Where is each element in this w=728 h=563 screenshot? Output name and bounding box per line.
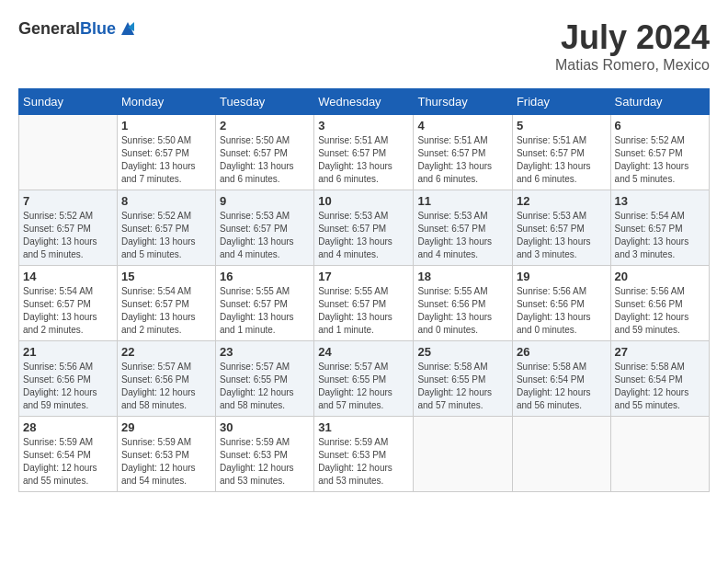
calendar-cell: 25Sunrise: 5:58 AM Sunset: 6:55 PM Dayli… [414,341,512,417]
calendar-table: SundayMondayTuesdayWednesdayThursdayFrid… [18,88,710,492]
day-number: 23 [220,345,310,359]
day-info: Sunrise: 5:52 AM Sunset: 6:57 PM Dayligh… [615,134,705,186]
day-number: 1 [121,119,211,132]
calendar-week-row: 7Sunrise: 5:52 AM Sunset: 6:57 PM Daylig… [19,190,710,266]
day-info: Sunrise: 5:53 AM Sunset: 6:57 PM Dayligh… [220,210,310,261]
calendar-cell: 17Sunrise: 5:55 AM Sunset: 6:57 PM Dayli… [314,266,414,341]
calendar-week-row: 28Sunrise: 5:59 AM Sunset: 6:54 PM Dayli… [19,417,710,492]
calendar-week-row: 1Sunrise: 5:50 AM Sunset: 6:57 PM Daylig… [19,115,710,190]
day-info: Sunrise: 5:50 AM Sunset: 6:57 PM Dayligh… [220,134,310,186]
day-number: 15 [121,270,211,283]
day-info: Sunrise: 5:57 AM Sunset: 6:56 PM Dayligh… [121,361,211,412]
calendar-cell: 12Sunrise: 5:53 AM Sunset: 6:57 PM Dayli… [512,190,610,266]
calendar-cell: 18Sunrise: 5:55 AM Sunset: 6:56 PM Dayli… [414,266,512,341]
calendar-cell: 16Sunrise: 5:55 AM Sunset: 6:57 PM Dayli… [215,266,313,341]
calendar-cell [610,417,709,492]
weekday-header-friday: Friday [512,89,610,115]
day-number: 25 [417,345,507,359]
calendar-cell: 30Sunrise: 5:59 AM Sunset: 6:53 PM Dayli… [215,417,313,492]
calendar-cell [19,115,118,190]
calendar-cell: 8Sunrise: 5:52 AM Sunset: 6:57 PM Daylig… [117,190,215,266]
day-info: Sunrise: 5:53 AM Sunset: 6:57 PM Dayligh… [417,210,507,261]
calendar-cell: 21Sunrise: 5:56 AM Sunset: 6:56 PM Dayli… [19,341,118,417]
day-number: 12 [517,194,607,208]
page-header: GeneralBlue July 2024 Matias Romero, Mex… [18,18,710,74]
day-info: Sunrise: 5:56 AM Sunset: 6:56 PM Dayligh… [615,285,705,337]
day-number: 21 [23,345,113,359]
day-number: 31 [318,420,409,434]
day-info: Sunrise: 5:51 AM Sunset: 6:57 PM Dayligh… [318,134,409,186]
weekday-header-monday: Monday [117,89,215,115]
logo-general: GeneralBlue [18,19,116,39]
day-number: 26 [517,345,607,359]
weekday-header-saturday: Saturday [610,89,709,115]
day-info: Sunrise: 5:57 AM Sunset: 6:55 PM Dayligh… [318,361,409,412]
calendar-cell: 28Sunrise: 5:59 AM Sunset: 6:54 PM Dayli… [19,417,118,492]
day-info: Sunrise: 5:58 AM Sunset: 6:54 PM Dayligh… [615,361,705,412]
calendar-cell: 29Sunrise: 5:59 AM Sunset: 6:53 PM Dayli… [117,417,215,492]
day-info: Sunrise: 5:58 AM Sunset: 6:54 PM Dayligh… [517,361,607,412]
day-number: 11 [417,194,507,208]
day-info: Sunrise: 5:59 AM Sunset: 6:53 PM Dayligh… [318,436,409,488]
calendar-cell: 19Sunrise: 5:56 AM Sunset: 6:56 PM Dayli… [512,266,610,341]
day-info: Sunrise: 5:53 AM Sunset: 6:57 PM Dayligh… [318,210,409,261]
day-info: Sunrise: 5:55 AM Sunset: 6:57 PM Dayligh… [318,285,409,337]
day-number: 29 [121,420,211,434]
calendar-cell: 11Sunrise: 5:53 AM Sunset: 6:57 PM Dayli… [414,190,512,266]
day-number: 27 [615,345,705,359]
day-info: Sunrise: 5:55 AM Sunset: 6:56 PM Dayligh… [417,285,507,337]
calendar-cell [414,417,512,492]
day-number: 9 [220,194,310,208]
calendar-cell: 27Sunrise: 5:58 AM Sunset: 6:54 PM Dayli… [610,341,709,417]
calendar-cell: 13Sunrise: 5:54 AM Sunset: 6:57 PM Dayli… [610,190,709,266]
weekday-header-row: SundayMondayTuesdayWednesdayThursdayFrid… [19,89,710,115]
day-number: 17 [318,270,409,283]
calendar-cell: 22Sunrise: 5:57 AM Sunset: 6:56 PM Dayli… [117,341,215,417]
calendar-cell: 4Sunrise: 5:51 AM Sunset: 6:57 PM Daylig… [414,115,512,190]
weekday-header-tuesday: Tuesday [215,89,313,115]
day-number: 22 [121,345,211,359]
logo-icon [118,18,138,39]
calendar-cell: 6Sunrise: 5:52 AM Sunset: 6:57 PM Daylig… [610,115,709,190]
day-info: Sunrise: 5:54 AM Sunset: 6:57 PM Dayligh… [23,285,113,337]
calendar-cell: 23Sunrise: 5:57 AM Sunset: 6:55 PM Dayli… [215,341,313,417]
weekday-header-thursday: Thursday [414,89,512,115]
day-info: Sunrise: 5:53 AM Sunset: 6:57 PM Dayligh… [517,210,607,261]
day-info: Sunrise: 5:50 AM Sunset: 6:57 PM Dayligh… [121,134,211,186]
calendar-cell: 3Sunrise: 5:51 AM Sunset: 6:57 PM Daylig… [314,115,414,190]
month-year-title: July 2024 [555,18,710,57]
day-number: 28 [23,420,113,434]
day-info: Sunrise: 5:54 AM Sunset: 6:57 PM Dayligh… [615,210,705,261]
day-number: 30 [220,420,310,434]
calendar-cell: 26Sunrise: 5:58 AM Sunset: 6:54 PM Dayli… [512,341,610,417]
day-info: Sunrise: 5:51 AM Sunset: 6:57 PM Dayligh… [517,134,607,186]
weekday-header-wednesday: Wednesday [314,89,414,115]
day-info: Sunrise: 5:55 AM Sunset: 6:57 PM Dayligh… [220,285,310,337]
calendar-cell: 7Sunrise: 5:52 AM Sunset: 6:57 PM Daylig… [19,190,118,266]
day-number: 5 [517,119,607,132]
calendar-cell: 15Sunrise: 5:54 AM Sunset: 6:57 PM Dayli… [117,266,215,341]
calendar-week-row: 21Sunrise: 5:56 AM Sunset: 6:56 PM Dayli… [19,341,710,417]
title-area: July 2024 Matias Romero, Mexico [555,18,710,74]
day-number: 14 [23,270,113,283]
calendar-cell [512,417,610,492]
calendar-cell: 20Sunrise: 5:56 AM Sunset: 6:56 PM Dayli… [610,266,709,341]
day-number: 16 [220,270,310,283]
day-number: 3 [318,119,409,132]
calendar-cell: 14Sunrise: 5:54 AM Sunset: 6:57 PM Dayli… [19,266,118,341]
day-number: 4 [417,119,507,132]
day-number: 18 [417,270,507,283]
day-info: Sunrise: 5:59 AM Sunset: 6:53 PM Dayligh… [121,436,211,488]
day-info: Sunrise: 5:54 AM Sunset: 6:57 PM Dayligh… [121,285,211,337]
day-number: 13 [615,194,705,208]
day-number: 2 [220,119,310,132]
day-info: Sunrise: 5:59 AM Sunset: 6:54 PM Dayligh… [23,436,113,488]
calendar-week-row: 14Sunrise: 5:54 AM Sunset: 6:57 PM Dayli… [19,266,710,341]
location-subtitle: Matias Romero, Mexico [555,57,710,74]
logo: GeneralBlue [18,18,138,39]
day-number: 19 [517,270,607,283]
day-info: Sunrise: 5:59 AM Sunset: 6:53 PM Dayligh… [220,436,310,488]
day-info: Sunrise: 5:52 AM Sunset: 6:57 PM Dayligh… [121,210,211,261]
calendar-cell: 9Sunrise: 5:53 AM Sunset: 6:57 PM Daylig… [215,190,313,266]
day-info: Sunrise: 5:52 AM Sunset: 6:57 PM Dayligh… [23,210,113,261]
